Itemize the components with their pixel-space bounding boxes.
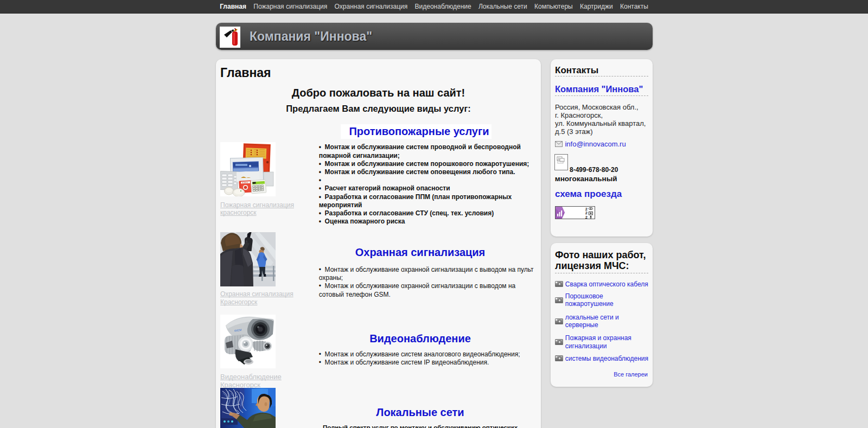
- svg-text:ПОЖАР: ПОЖАР: [242, 181, 248, 184]
- svg-text:2: 2: [585, 214, 588, 219]
